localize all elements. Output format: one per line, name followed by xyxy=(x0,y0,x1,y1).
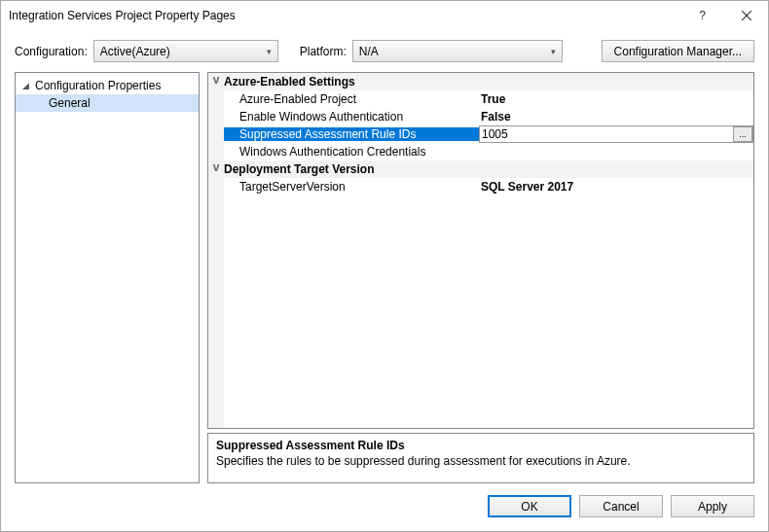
apply-button[interactable]: Apply xyxy=(671,495,754,517)
prop-azure-enabled-project[interactable]: Azure-Enabled Project True xyxy=(208,90,753,108)
titlebar: Integration Services Project Property Pa… xyxy=(1,1,768,30)
config-bar: Configuration: Active(Azure) ▾ Platform:… xyxy=(1,30,768,72)
prop-name: Enable Windows Authentication xyxy=(224,110,479,124)
property-grid-filler xyxy=(208,195,753,428)
prop-name: TargetServerVersion xyxy=(224,180,479,194)
prop-name: Azure-Enabled Project xyxy=(224,92,479,106)
prop-name: Suppressed Assessment Rule IDs xyxy=(224,127,479,141)
prop-suppressed-rule-ids[interactable]: Suppressed Assessment Rule IDs 1005 ... xyxy=(208,125,753,143)
tree-expand-icon[interactable]: ◢ xyxy=(19,81,31,90)
platform-dropdown[interactable]: N/A ▾ xyxy=(352,40,563,62)
prop-value[interactable]: 1005 xyxy=(480,127,733,141)
category-tree[interactable]: ◢ Configuration Properties General xyxy=(15,72,200,483)
description-text: Specifies the rules to be suppressed dur… xyxy=(216,454,746,468)
prop-name: Windows Authentication Credentials xyxy=(224,145,479,159)
button-bar: OK Cancel Apply xyxy=(1,485,768,531)
configuration-dropdown[interactable]: Active(Azure) ▾ xyxy=(93,40,278,62)
platform-value: N/A xyxy=(359,45,379,58)
tree-root-item[interactable]: ◢ Configuration Properties xyxy=(16,77,199,94)
prop-target-server-version[interactable]: TargetServerVersion SQL Server 2017 xyxy=(208,178,753,195)
category-label: Azure-Enabled Settings xyxy=(224,75,355,89)
tree-root-label: Configuration Properties xyxy=(35,79,161,92)
category-label: Deployment Target Version xyxy=(224,162,374,176)
chevron-down-icon: ▾ xyxy=(551,47,556,56)
prop-value[interactable]: False xyxy=(479,110,753,124)
configuration-manager-button[interactable]: Configuration Manager... xyxy=(602,40,754,62)
platform-label: Platform: xyxy=(300,45,347,58)
prop-enable-windows-auth[interactable]: Enable Windows Authentication False xyxy=(208,108,753,125)
close-icon xyxy=(742,11,751,20)
description-title: Suppressed Assessment Rule IDs xyxy=(216,439,746,452)
prop-value-editor[interactable]: 1005 ... xyxy=(479,125,753,143)
collapse-icon[interactable]: v xyxy=(208,160,224,178)
tree-item-label: General xyxy=(49,96,91,110)
configuration-label: Configuration: xyxy=(15,45,88,58)
close-button[interactable] xyxy=(724,1,768,30)
prop-value[interactable]: True xyxy=(479,92,753,106)
description-panel: Suppressed Assessment Rule IDs Specifies… xyxy=(207,433,754,483)
ellipsis-icon: ... xyxy=(739,129,747,139)
category-deployment-target[interactable]: v Deployment Target Version xyxy=(208,160,753,178)
tree-item-general[interactable]: General xyxy=(16,94,199,112)
property-grid[interactable]: v Azure-Enabled Settings Azure-Enabled P… xyxy=(207,72,754,429)
prop-value[interactable]: SQL Server 2017 xyxy=(479,180,753,194)
category-azure-settings[interactable]: v Azure-Enabled Settings xyxy=(208,73,753,90)
collapse-icon[interactable]: v xyxy=(208,73,224,90)
dialog-body: ◢ Configuration Properties General v Azu… xyxy=(1,72,768,485)
ok-button[interactable]: OK xyxy=(488,495,571,517)
prop-windows-auth-credentials[interactable]: Windows Authentication Credentials xyxy=(208,143,753,160)
configuration-value: Active(Azure) xyxy=(100,45,170,58)
cancel-button[interactable]: Cancel xyxy=(579,495,663,517)
dialog-window: Integration Services Project Property Pa… xyxy=(0,0,769,532)
ellipsis-button[interactable]: ... xyxy=(733,126,752,142)
right-pane: v Azure-Enabled Settings Azure-Enabled P… xyxy=(207,72,754,483)
help-button[interactable]: ? xyxy=(680,1,724,30)
chevron-down-icon: ▾ xyxy=(267,47,272,56)
window-title: Integration Services Project Property Pa… xyxy=(9,9,680,22)
